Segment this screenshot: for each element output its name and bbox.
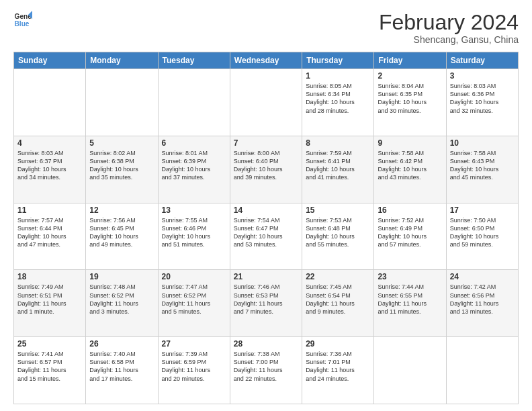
week-row-5: 25Sunrise: 7:41 AM Sunset: 6:57 PM Dayli… <box>14 337 519 404</box>
day-info: Sunrise: 7:39 AM Sunset: 6:59 PM Dayligh… <box>162 350 226 383</box>
day-info: Sunrise: 7:52 AM Sunset: 6:49 PM Dayligh… <box>378 216 442 249</box>
weekday-monday: Monday <box>86 52 158 69</box>
day-info: Sunrise: 7:41 AM Sunset: 6:57 PM Dayligh… <box>17 350 82 383</box>
day-info: Sunrise: 8:00 AM Sunset: 6:40 PM Dayligh… <box>234 149 298 182</box>
day-number: 15 <box>306 205 370 215</box>
calendar-cell: 17Sunrise: 7:50 AM Sunset: 6:50 PM Dayli… <box>446 203 518 270</box>
calendar-cell: 13Sunrise: 7:55 AM Sunset: 6:46 PM Dayli… <box>158 203 230 270</box>
calendar-cell: 11Sunrise: 7:57 AM Sunset: 6:44 PM Dayli… <box>14 203 86 270</box>
day-info: Sunrise: 7:58 AM Sunset: 6:43 PM Dayligh… <box>450 149 515 182</box>
weekday-thursday: Thursday <box>302 52 374 69</box>
day-number: 25 <box>17 339 82 349</box>
main-title: February 2024 <box>379 11 519 34</box>
day-info: Sunrise: 7:47 AM Sunset: 6:52 PM Dayligh… <box>162 283 226 316</box>
calendar-cell <box>374 337 446 404</box>
day-number: 28 <box>234 339 298 349</box>
day-number: 3 <box>450 71 515 81</box>
day-number: 10 <box>450 138 515 148</box>
calendar-cell: 21Sunrise: 7:46 AM Sunset: 6:53 PM Dayli… <box>230 270 302 337</box>
day-number: 18 <box>17 272 82 281</box>
week-row-1: 1Sunrise: 8:05 AM Sunset: 6:34 PM Daylig… <box>14 69 519 136</box>
weekday-friday: Friday <box>374 52 446 69</box>
day-number: 22 <box>306 272 370 281</box>
day-number: 19 <box>89 272 154 281</box>
calendar-cell: 14Sunrise: 7:54 AM Sunset: 6:47 PM Dayli… <box>230 203 302 270</box>
calendar-cell: 9Sunrise: 7:58 AM Sunset: 6:42 PM Daylig… <box>374 136 446 203</box>
day-info: Sunrise: 7:46 AM Sunset: 6:53 PM Dayligh… <box>234 283 298 316</box>
subtitle: Shencang, Gansu, China <box>379 34 519 45</box>
calendar-cell: 29Sunrise: 7:36 AM Sunset: 7:01 PM Dayli… <box>302 337 374 404</box>
day-number: 9 <box>378 138 442 148</box>
calendar-cell: 8Sunrise: 7:59 AM Sunset: 6:41 PM Daylig… <box>302 136 374 203</box>
svg-text:Blue: Blue <box>15 20 30 28</box>
weekday-header: SundayMondayTuesdayWednesdayThursdayFrid… <box>14 52 519 69</box>
calendar-cell: 5Sunrise: 8:02 AM Sunset: 6:38 PM Daylig… <box>86 136 158 203</box>
day-number: 17 <box>450 205 515 215</box>
calendar-cell: 26Sunrise: 7:40 AM Sunset: 6:58 PM Dayli… <box>86 337 158 404</box>
calendar-table: SundayMondayTuesdayWednesdayThursdayFrid… <box>13 52 519 404</box>
calendar-cell: 15Sunrise: 7:53 AM Sunset: 6:48 PM Dayli… <box>302 203 374 270</box>
calendar-cell: 22Sunrise: 7:45 AM Sunset: 6:54 PM Dayli… <box>302 270 374 337</box>
day-info: Sunrise: 7:38 AM Sunset: 7:00 PM Dayligh… <box>234 350 298 383</box>
weekday-tuesday: Tuesday <box>158 52 230 69</box>
day-info: Sunrise: 8:03 AM Sunset: 6:37 PM Dayligh… <box>17 149 82 182</box>
day-info: Sunrise: 7:48 AM Sunset: 6:52 PM Dayligh… <box>89 283 154 316</box>
calendar-cell: 24Sunrise: 7:42 AM Sunset: 6:56 PM Dayli… <box>446 270 518 337</box>
calendar-cell <box>14 69 86 136</box>
day-number: 11 <box>17 205 82 215</box>
calendar-cell: 2Sunrise: 8:04 AM Sunset: 6:35 PM Daylig… <box>374 69 446 136</box>
day-number: 5 <box>89 138 154 148</box>
day-number: 16 <box>378 205 442 215</box>
calendar-cell: 25Sunrise: 7:41 AM Sunset: 6:57 PM Dayli… <box>14 337 86 404</box>
day-info: Sunrise: 7:54 AM Sunset: 6:47 PM Dayligh… <box>234 216 298 249</box>
calendar-body: 1Sunrise: 8:05 AM Sunset: 6:34 PM Daylig… <box>14 69 519 404</box>
day-info: Sunrise: 8:02 AM Sunset: 6:38 PM Dayligh… <box>89 149 154 182</box>
calendar-cell: 12Sunrise: 7:56 AM Sunset: 6:45 PM Dayli… <box>86 203 158 270</box>
day-info: Sunrise: 7:55 AM Sunset: 6:46 PM Dayligh… <box>162 216 226 249</box>
day-info: Sunrise: 8:03 AM Sunset: 6:36 PM Dayligh… <box>450 82 515 115</box>
week-row-3: 11Sunrise: 7:57 AM Sunset: 6:44 PM Dayli… <box>14 203 519 270</box>
day-info: Sunrise: 8:05 AM Sunset: 6:34 PM Dayligh… <box>306 82 370 115</box>
calendar-cell: 3Sunrise: 8:03 AM Sunset: 6:36 PM Daylig… <box>446 69 518 136</box>
logo-icon: General Blue <box>13 11 32 30</box>
day-number: 4 <box>17 138 82 148</box>
day-info: Sunrise: 7:50 AM Sunset: 6:50 PM Dayligh… <box>450 216 515 249</box>
week-row-2: 4Sunrise: 8:03 AM Sunset: 6:37 PM Daylig… <box>14 136 519 203</box>
weekday-wednesday: Wednesday <box>230 52 302 69</box>
day-number: 23 <box>378 272 442 281</box>
day-info: Sunrise: 7:45 AM Sunset: 6:54 PM Dayligh… <box>306 283 370 316</box>
calendar-cell: 23Sunrise: 7:44 AM Sunset: 6:55 PM Dayli… <box>374 270 446 337</box>
calendar-cell: 1Sunrise: 8:05 AM Sunset: 6:34 PM Daylig… <box>302 69 374 136</box>
calendar-cell <box>158 69 230 136</box>
day-info: Sunrise: 7:56 AM Sunset: 6:45 PM Dayligh… <box>89 216 154 249</box>
page: General Blue February 2024 Shencang, Gan… <box>0 0 532 411</box>
day-info: Sunrise: 7:53 AM Sunset: 6:48 PM Dayligh… <box>306 216 370 249</box>
calendar-cell <box>86 69 158 136</box>
calendar-cell: 27Sunrise: 7:39 AM Sunset: 6:59 PM Dayli… <box>158 337 230 404</box>
day-number: 1 <box>306 71 370 81</box>
day-info: Sunrise: 7:40 AM Sunset: 6:58 PM Dayligh… <box>89 350 154 383</box>
day-number: 14 <box>234 205 298 215</box>
day-number: 21 <box>234 272 298 281</box>
calendar-cell: 7Sunrise: 8:00 AM Sunset: 6:40 PM Daylig… <box>230 136 302 203</box>
logo: General Blue <box>13 11 32 30</box>
day-info: Sunrise: 8:04 AM Sunset: 6:35 PM Dayligh… <box>378 82 442 115</box>
day-info: Sunrise: 8:01 AM Sunset: 6:39 PM Dayligh… <box>162 149 226 182</box>
calendar-cell: 18Sunrise: 7:49 AM Sunset: 6:51 PM Dayli… <box>14 270 86 337</box>
day-number: 26 <box>89 339 154 349</box>
calendar-cell: 20Sunrise: 7:47 AM Sunset: 6:52 PM Dayli… <box>158 270 230 337</box>
calendar-cell: 6Sunrise: 8:01 AM Sunset: 6:39 PM Daylig… <box>158 136 230 203</box>
calendar-cell <box>446 337 518 404</box>
calendar-cell <box>230 69 302 136</box>
day-number: 24 <box>450 272 515 281</box>
weekday-sunday: Sunday <box>14 52 86 69</box>
day-info: Sunrise: 7:49 AM Sunset: 6:51 PM Dayligh… <box>17 283 82 316</box>
day-number: 7 <box>234 138 298 148</box>
weekday-saturday: Saturday <box>446 52 518 69</box>
day-info: Sunrise: 7:36 AM Sunset: 7:01 PM Dayligh… <box>306 350 370 383</box>
day-info: Sunrise: 7:59 AM Sunset: 6:41 PM Dayligh… <box>306 149 370 182</box>
week-row-4: 18Sunrise: 7:49 AM Sunset: 6:51 PM Dayli… <box>14 270 519 337</box>
day-info: Sunrise: 7:44 AM Sunset: 6:55 PM Dayligh… <box>378 283 442 316</box>
day-number: 6 <box>162 138 226 148</box>
calendar-cell: 28Sunrise: 7:38 AM Sunset: 7:00 PM Dayli… <box>230 337 302 404</box>
